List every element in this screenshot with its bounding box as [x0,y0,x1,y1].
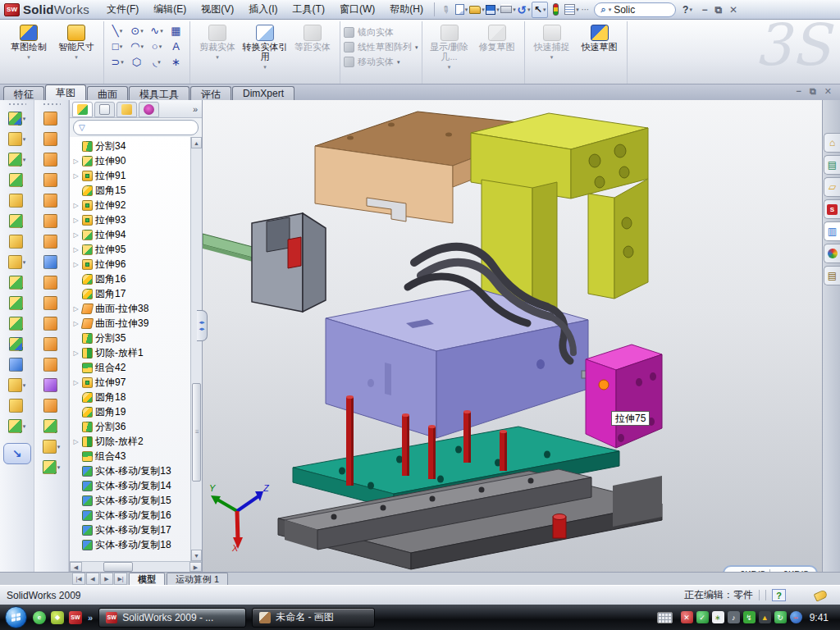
menu-item[interactable]: 插入(I) [241,1,285,18]
surfaces-toolbar-button[interactable] [43,211,61,231]
surfaces-toolbar-button[interactable] [43,170,61,190]
scroll-down-icon[interactable]: ▼ [191,550,202,561]
task-pane-tab[interactable]: ▱ [824,177,840,197]
toolbar-overflow-label[interactable]: ⋯ [579,5,591,14]
panel-tab[interactable] [94,102,115,117]
tree-item[interactable]: 实体-移动/复制13 [72,463,189,478]
menu-item[interactable]: 文件(F) [99,1,146,18]
save-button[interactable]: ▾ [485,2,500,18]
expand-arrow-icon[interactable]: ▷ [72,172,80,180]
tray-icon[interactable]: ↯ [743,611,756,623]
features-toolbar-button[interactable] [8,231,26,252]
command-tab[interactable]: 模具工具 [129,86,189,100]
command-tab[interactable]: DimXpert [232,86,294,100]
scroll-right-icon[interactable]: ▶ [189,562,202,572]
features-toolbar-button[interactable] [8,293,26,313]
network-speed-widget[interactable]: ↓ 0KB/S ↑ 0KB/S [723,565,818,572]
surfaces-toolbar-button[interactable] [43,293,61,313]
quick-launch-icon[interactable]: SW [69,611,82,624]
quick-snaps-button[interactable]: 快速捕捉▾ [528,23,576,62]
tray-icon[interactable]: ↻ [774,611,787,623]
surfaces-toolbar-button[interactable] [43,395,61,416]
tree-item[interactable]: ▷ 拉伸94 [72,227,189,242]
doc-restore-button[interactable]: ⧉ [810,86,816,97]
convert-entities-button[interactable]: 转换实体引用▾ [241,23,289,72]
features-toolbar-button[interactable] [8,211,26,231]
tree-item[interactable]: ▷ 拉伸97 [72,375,189,390]
tree-item[interactable]: 组合43 [72,449,189,463]
features-toolbar-button[interactable] [8,190,26,211]
menu-item[interactable]: 工具(T) [285,1,332,18]
search-input[interactable]: Solic [614,4,635,16]
sketch-entity-button[interactable]: ╲▾ [107,25,127,37]
sketch-entity-button[interactable]: ∗ [167,56,186,68]
surfaces-toolbar-button[interactable] [43,334,61,354]
sketch-entity-button[interactable]: ▦ [167,25,186,37]
sketch-entity-button[interactable]: ⊙▾ [127,25,147,37]
quick-launch-icon[interactable]: ◆ [51,611,64,624]
tree-horizontal-scrollbar[interactable]: ◀ ▶ [70,561,202,572]
tree-item[interactable]: 实体-移动/复制14 [72,478,189,493]
tree-item[interactable]: 圆角18 [72,390,189,404]
surfaces-toolbar-button[interactable] [43,313,61,334]
close-button[interactable]: ✕ [729,4,737,16]
graphics-viewport[interactable]: ⊕⊙↻▥▦▾◧▾∞▾●◑▾▣▾ 拉伸75 Y Z X ↓ 0KB/S ↑ 0KB… [203,100,822,572]
task-pane-tab[interactable]: ▤ [824,266,840,285]
features-toolbar-button[interactable]: ▾ [8,129,26,149]
features-toolbar-button[interactable]: ▾ [8,252,26,272]
tree-item[interactable]: ▷ 拉伸91 [72,168,189,183]
tree-item[interactable]: 分割34 [72,139,189,153]
taskbar-task-button[interactable]: SW SolidWorks 2009 - ... [98,608,246,628]
sketch-entity-button[interactable]: ⬡ [127,56,147,68]
scroll-left-icon[interactable]: ◀ [70,562,82,572]
tree-item[interactable]: ▷ 拉伸95 [72,242,189,257]
search-dropdown-icon[interactable]: ▾ [609,7,612,13]
quick-tips-button[interactable]: ? [772,589,786,601]
tray-icon[interactable]: ▲ [759,611,771,623]
tag-icon[interactable] [814,589,829,601]
first-tab-icon[interactable]: |◀ [72,573,85,585]
tree-item[interactable]: 实体-移动/复制17 [72,523,189,537]
tree-item[interactable]: ▷ 曲面-拉伸39 [72,316,189,331]
tree-item[interactable]: ▷ 拉伸96 [72,257,189,272]
features-toolbar-button[interactable]: ▾ [8,108,26,129]
sketch-entity-button[interactable]: ◟▾ [147,56,167,68]
surfaces-toolbar-button[interactable] [43,149,61,170]
surfaces-toolbar-button[interactable] [43,252,61,272]
expand-arrow-icon[interactable]: ▷ [72,246,80,253]
command-tab[interactable]: 特征 [3,86,44,100]
panel-tab[interactable] [139,102,159,117]
sketch-entity-button[interactable]: ◠▾ [127,40,147,52]
model-side-block[interactable] [586,345,662,448]
surfaces-toolbar-button[interactable] [43,129,61,149]
surfaces-toolbar-button[interactable] [43,272,61,293]
panel-splitter-handle[interactable]: ◂▸◂▸ [197,310,208,341]
tray-icon[interactable]: ✕ [681,611,693,623]
toolbar-grip[interactable] [8,103,26,107]
measure-tool-button-pressed[interactable]: ↘ [3,443,31,464]
surfaces-toolbar-button[interactable] [43,354,61,375]
scrollbar-thumb[interactable] [192,383,201,482]
tree-vertical-scrollbar[interactable]: ▲ ▼ [190,137,202,561]
doc-close-button[interactable]: ✕ [824,86,832,97]
sketch-entity-button[interactable]: ⊃▾ [107,56,127,68]
features-toolbar-button[interactable] [8,170,26,190]
tree-item[interactable]: 实体-移动/复制16 [72,508,189,523]
tray-icon[interactable]: ♪ [728,611,740,623]
tree-item[interactable]: 组合42 [72,360,189,375]
menu-item[interactable]: 编辑(E) [146,1,194,18]
tree-item[interactable]: ▷ 曲面-拉伸38 [72,301,189,316]
command-tab[interactable]: 评估 [190,86,231,100]
start-button[interactable] [5,606,27,628]
features-toolbar-button[interactable]: ▾ [8,149,26,170]
menu-item[interactable]: 视图(V) [194,1,241,18]
quick-launch-icon[interactable]: e [33,611,46,624]
trim-entities-button[interactable]: 剪裁实体▾ [194,23,241,62]
last-tab-icon[interactable]: ▶| [114,573,127,585]
tree-item[interactable]: ▷ 拉伸90 [72,153,189,168]
help-button[interactable]: ?▾ [679,2,695,18]
features-toolbar-button[interactable] [8,313,26,334]
taskbar-clock[interactable]: 9:41 [810,612,829,623]
model-fixture[interactable] [203,213,326,312]
linear-sketch-pattern-button[interactable]: 线性草图阵列▾ [344,41,418,53]
